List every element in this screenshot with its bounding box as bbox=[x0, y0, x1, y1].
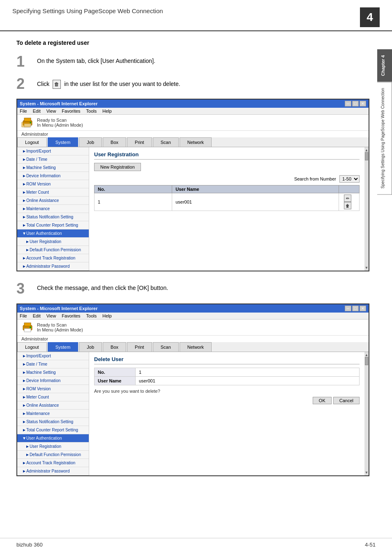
tab-system[interactable]: System bbox=[48, 137, 78, 147]
menu-file[interactable]: File bbox=[20, 109, 27, 114]
browser-1-main: ►Import/Export ►Date / Time ►Machine Set… bbox=[17, 147, 369, 271]
sidebar2-total-counter[interactable]: ►Total Counter Report Setting bbox=[17, 426, 89, 434]
sidebar-maintenance[interactable]: ►Maintenance bbox=[17, 205, 89, 213]
browser-2-body: Ready to Scan In Menu (Admin Mode) Admin… bbox=[17, 320, 369, 475]
printer-icon-2 bbox=[21, 322, 34, 333]
sidebar2-admin-password[interactable]: ►Administrator Password bbox=[17, 467, 89, 475]
tab2-logout[interactable]: Logout bbox=[17, 342, 47, 352]
browser-1-status-bar: Ready to Scan In Menu (Admin Mode) bbox=[17, 115, 369, 131]
sidebar-default-function[interactable]: ►Default Function Permission bbox=[17, 246, 89, 254]
sidebar-user-registration[interactable]: ►User Registration bbox=[17, 238, 89, 246]
sidebar2-maintenance[interactable]: ►Maintenance bbox=[17, 410, 89, 418]
new-registration-button[interactable]: New Registration bbox=[94, 163, 141, 171]
menu-edit[interactable]: Edit bbox=[33, 109, 41, 114]
delete-user-table: No. 1 User Name user001 bbox=[94, 368, 360, 385]
delete-field-no-label: No. bbox=[95, 368, 136, 377]
minimize-button-2[interactable]: ─ bbox=[345, 306, 351, 311]
browser-2-nav-tabs: Logout System Job Box Print Scan Network bbox=[17, 342, 369, 352]
scroll-thumb-2[interactable] bbox=[365, 357, 368, 365]
scroll-thumb-1[interactable] bbox=[365, 152, 368, 160]
sidebar-admin-password[interactable]: ►Administrator Password bbox=[17, 262, 89, 271]
sidebar2-device-information[interactable]: ►Device Information bbox=[17, 377, 89, 385]
svg-rect-1 bbox=[24, 118, 31, 121]
menu2-view[interactable]: View bbox=[46, 313, 56, 318]
step-2-number: 2 bbox=[16, 76, 37, 91]
tab2-job[interactable]: Job bbox=[79, 342, 102, 352]
sidebar2-meter-count[interactable]: ►Meter Count bbox=[17, 393, 89, 401]
sidebar2-user-authentication[interactable]: ▼User Authentication bbox=[17, 434, 89, 442]
close-button-2[interactable]: ✕ bbox=[360, 306, 366, 311]
cancel-button[interactable]: Cancel bbox=[333, 397, 360, 404]
menu-tools[interactable]: Tools bbox=[86, 109, 97, 114]
restore-button[interactable]: □ bbox=[352, 101, 359, 107]
page-footer: bizhub 360 4-51 bbox=[0, 538, 392, 548]
edit-icon-btn-1[interactable]: ✏ bbox=[344, 195, 351, 202]
sidebar2-rom-version[interactable]: ►ROM Version bbox=[17, 385, 89, 393]
col-username: User Name bbox=[172, 185, 339, 193]
search-label: Search from Number bbox=[294, 176, 336, 181]
tab-network[interactable]: Network bbox=[180, 137, 212, 147]
tab2-print[interactable]: Print bbox=[127, 342, 152, 352]
browser-2-content-panel: Delete User No. 1 User Name user001 bbox=[89, 352, 364, 475]
col-actions bbox=[339, 185, 360, 193]
tab-print[interactable]: Print bbox=[127, 137, 152, 147]
menu2-tools[interactable]: Tools bbox=[86, 313, 97, 318]
section-heading: To delete a registered user bbox=[16, 39, 369, 46]
sidebar-import-export[interactable]: ►Import/Export bbox=[17, 147, 89, 155]
step-2-text-before: Click bbox=[37, 81, 49, 87]
sidebar-machine-setting[interactable]: ►Machine Setting bbox=[17, 164, 89, 172]
confirm-text: Are you sure you want to delete? bbox=[94, 389, 360, 394]
minimize-button[interactable]: ─ bbox=[345, 101, 351, 107]
sidebar2-user-registration[interactable]: ►User Registration bbox=[17, 442, 89, 451]
menu2-file[interactable]: File bbox=[20, 313, 27, 318]
delete-inline-icon: 🗑 bbox=[53, 80, 61, 89]
tab2-scan[interactable]: Scan bbox=[153, 342, 179, 352]
browser-2-main: ►Import/Export ►Date / Time ►Machine Set… bbox=[17, 352, 369, 475]
scroll-indicator-2: ▲ ▼ bbox=[364, 352, 369, 475]
ok-button[interactable]: OK bbox=[313, 397, 332, 404]
sidebar-status-notification[interactable]: ►Status Notification Setting bbox=[17, 213, 89, 221]
menu-favorites[interactable]: Favorites bbox=[62, 109, 80, 114]
sidebar-device-information[interactable]: ►Device Information bbox=[17, 172, 89, 180]
close-button[interactable]: ✕ bbox=[360, 101, 366, 107]
sidebar-date-time[interactable]: ►Date / Time bbox=[17, 155, 89, 164]
sidebar-total-counter[interactable]: ►Total Counter Report Setting bbox=[17, 221, 89, 229]
tab2-box[interactable]: Box bbox=[103, 342, 126, 352]
sidebar-account-track[interactable]: ►Account Track Registration bbox=[17, 254, 89, 262]
tab2-network[interactable]: Network bbox=[180, 342, 212, 352]
menu-view[interactable]: View bbox=[46, 109, 56, 114]
sidebar-online-assistance[interactable]: ►Online Assistance bbox=[17, 197, 89, 205]
menu2-favorites[interactable]: Favorites bbox=[62, 313, 80, 318]
svg-rect-7 bbox=[24, 329, 31, 332]
sidebar2-date-time[interactable]: ►Date / Time bbox=[17, 360, 89, 368]
tab-box[interactable]: Box bbox=[103, 137, 126, 147]
sidebar2-status-notification[interactable]: ►Status Notification Setting bbox=[17, 418, 89, 426]
browser-1-body: Ready to Scan In Menu (Admin Mode) Admin… bbox=[17, 115, 369, 271]
sidebar2-account-track[interactable]: ►Account Track Registration bbox=[17, 459, 89, 467]
menu2-help[interactable]: Help bbox=[102, 313, 112, 318]
tab-scan[interactable]: Scan bbox=[153, 137, 179, 147]
search-select[interactable]: 1-50 bbox=[339, 175, 360, 183]
sidebar-user-authentication[interactable]: ▼User Authentication bbox=[17, 229, 89, 238]
svg-rect-6 bbox=[24, 323, 31, 326]
menu2-edit[interactable]: Edit bbox=[33, 313, 41, 318]
sidebar-meter-count[interactable]: ►Meter Count bbox=[17, 188, 89, 197]
browser-1-controls: ─ □ ✕ bbox=[345, 101, 366, 107]
delete-user-row-name: User Name user001 bbox=[95, 377, 360, 385]
step-1: 1 On the System tab, click [User Authent… bbox=[16, 54, 369, 69]
browser-1-title: System - Microsoft Internet Explorer bbox=[20, 101, 98, 106]
sidebar2-default-function[interactable]: ►Default Function Permission bbox=[17, 451, 89, 459]
sidebar2-online-assistance[interactable]: ►Online Assistance bbox=[17, 401, 89, 410]
tab-logout[interactable]: Logout bbox=[17, 137, 47, 147]
tab-job[interactable]: Job bbox=[79, 137, 102, 147]
sidebar-rom-version[interactable]: ►ROM Version bbox=[17, 180, 89, 188]
tab2-system[interactable]: System bbox=[48, 342, 78, 352]
delete-icon-btn-1[interactable]: 🗑 bbox=[344, 202, 351, 209]
browser-1-admin-label: Administrator bbox=[17, 131, 369, 137]
restore-button-2[interactable]: □ bbox=[352, 306, 359, 311]
svg-rect-4 bbox=[21, 122, 30, 127]
sidebar2-import-export[interactable]: ►Import/Export bbox=[17, 352, 89, 360]
sidebar2-machine-setting[interactable]: ►Machine Setting bbox=[17, 368, 89, 377]
menu-help[interactable]: Help bbox=[102, 109, 112, 114]
dialog-buttons: OK Cancel bbox=[94, 397, 360, 404]
